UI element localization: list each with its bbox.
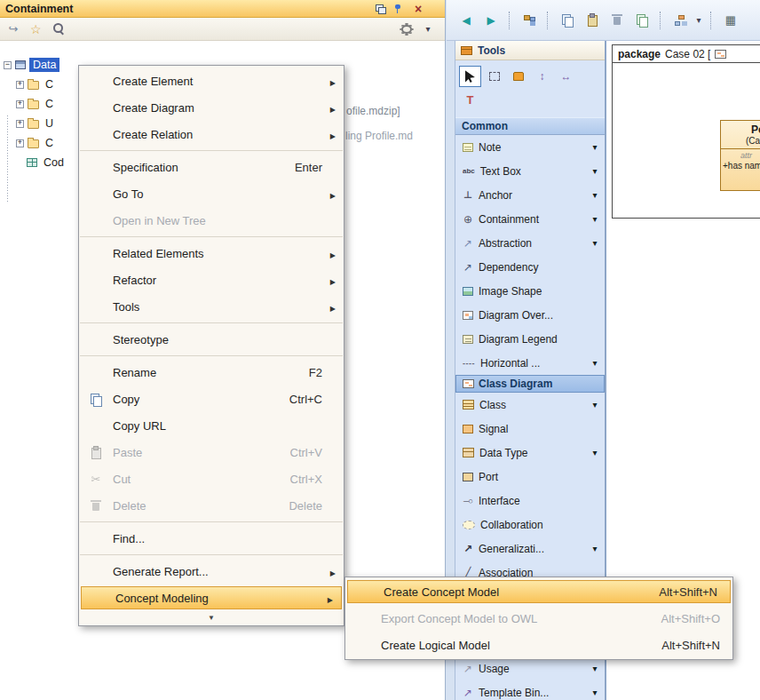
tree-item[interactable]: Cod — [41, 155, 67, 170]
section-header-class-diagram[interactable]: Class Diagram — [455, 375, 605, 393]
align-tool-button[interactable] — [531, 66, 553, 87]
menu-item-create-logical-model[interactable]: Create Logical ModelAlt+Shift+N — [345, 632, 732, 658]
dropdown-arrow-icon[interactable] — [589, 166, 601, 176]
menu-item-refactor[interactable]: Refactor — [79, 266, 344, 293]
toolbox-item-class[interactable]: Class — [455, 393, 605, 417]
menu-item-generate-report[interactable]: Generate Report... — [79, 558, 344, 585]
text-tool-button[interactable] — [459, 89, 481, 110]
dropdown-arrow-icon[interactable] — [589, 688, 601, 697]
dropdown-arrow-icon[interactable] — [589, 358, 601, 368]
clone-button[interactable] — [631, 10, 653, 31]
main-toolbar — [447, 0, 760, 41]
menu-item-open-in-new-tree[interactable]: Open in New Tree — [79, 207, 344, 234]
tools-section-header[interactable]: Tools — [455, 41, 605, 60]
menu-item-specification[interactable]: SpecificationEnter — [79, 154, 344, 180]
section-header-common[interactable]: Common — [455, 117, 605, 135]
menu-item-export-concept-model-to-owl[interactable]: Export Concept Model to OWLAlt+Shift+O — [345, 605, 732, 632]
toolbox-item-template-binding[interactable]: Template Bin... — [455, 680, 605, 700]
toolbox-item-abstraction[interactable]: Abstraction — [455, 231, 605, 255]
grid-button[interactable] — [720, 10, 741, 31]
toolbox-item-generalization[interactable]: Generalizati... — [455, 537, 605, 561]
search-icon[interactable] — [53, 23, 65, 35]
menu-item-create-relation[interactable]: Create Relation — [79, 121, 344, 147]
tree-item[interactable]: C — [43, 136, 56, 150]
distribute-tool-button[interactable] — [555, 66, 577, 87]
toolbox-item-diagram-overview[interactable]: Diagram Over... — [455, 303, 605, 327]
toolbox-item-horizontal-separator[interactable]: Horizontal ... — [455, 351, 605, 375]
dropdown-arrow-icon[interactable] — [589, 142, 601, 152]
delete-icon — [612, 14, 622, 26]
menu-item-related-elements[interactable]: Related Elements — [79, 240, 344, 266]
toolbar-separator — [547, 12, 550, 29]
menu-item-stereotype[interactable]: Stereotype — [79, 326, 344, 353]
box-selection-tool-button[interactable] — [483, 66, 505, 87]
toolbox-item-signal[interactable]: Signal — [455, 417, 605, 441]
sticky-tool-button[interactable] — [507, 66, 529, 87]
toolbox-item-text-box[interactable]: Text Box — [455, 159, 605, 183]
menu-item-copy-url[interactable]: Copy URL — [79, 412, 344, 439]
selection-tool-button[interactable] — [459, 66, 481, 87]
dropdown-arrow-icon[interactable] — [694, 15, 703, 25]
menu-item-create-element[interactable]: Create Element — [79, 68, 344, 94]
tree-item[interactable]: C — [43, 97, 56, 111]
menu-item-rename[interactable]: RenameF2 — [79, 359, 344, 386]
favorites-icon[interactable] — [30, 22, 42, 36]
menu-item-create-diagram[interactable]: Create Diagram — [79, 94, 344, 121]
settings-gear-icon[interactable] — [401, 25, 412, 34]
toolbox-item-usage[interactable]: Usage — [455, 656, 605, 680]
scroll-down-indicator[interactable] — [79, 611, 344, 624]
settings-dropdown-icon[interactable] — [424, 24, 432, 34]
toolbox-item-collaboration[interactable]: Collaboration — [455, 513, 605, 537]
toolbox-item-data-type[interactable]: Data Type — [455, 441, 605, 465]
menu-item-find[interactable]: Find... — [79, 525, 344, 552]
toolbox-item-port[interactable]: Port — [455, 465, 605, 489]
toolbox-item-interface[interactable]: Interface — [455, 489, 605, 513]
expander-icon[interactable] — [16, 100, 24, 108]
expander-icon[interactable] — [16, 120, 24, 128]
copy-button[interactable] — [557, 10, 578, 31]
toolbox-item-diagram-legend[interactable]: Diagram Legend — [455, 327, 605, 351]
expander-icon[interactable] — [16, 81, 24, 89]
toolbox-item-note[interactable]: Note — [455, 135, 605, 159]
containment-tree-button[interactable] — [519, 10, 540, 31]
expander-icon[interactable] — [16, 139, 24, 147]
navigate-icon[interactable] — [8, 22, 19, 36]
folder-icon — [28, 81, 39, 90]
class-shape[interactable]: Pe (Ca attr +has name — [720, 120, 760, 191]
toolbox-item-containment[interactable]: Containment — [455, 207, 605, 231]
delete-button[interactable] — [606, 10, 628, 31]
toolbox-item-image-shape[interactable]: Image Shape — [455, 279, 605, 303]
menu-item-paste[interactable]: PasteCtrl+V — [79, 439, 344, 465]
menu-item-go-to[interactable]: Go To — [79, 180, 344, 207]
dropdown-arrow-icon[interactable] — [589, 664, 601, 673]
close-icon[interactable] — [413, 3, 424, 15]
dropdown-arrow-icon[interactable] — [589, 400, 601, 410]
toolbox-item-anchor[interactable]: Anchor — [455, 183, 605, 207]
forward-button[interactable] — [480, 10, 502, 31]
dropdown-arrow-icon[interactable] — [589, 238, 601, 248]
menu-item-tools[interactable]: Tools — [79, 293, 344, 320]
class-attribute: +has name — [721, 160, 760, 171]
dropdown-arrow-icon[interactable] — [589, 214, 601, 224]
submenu-arrow-icon — [330, 128, 336, 141]
menu-item-delete[interactable]: DeleteDelete — [79, 492, 344, 519]
menu-item-concept-modeling[interactable]: Concept Modeling — [81, 586, 342, 609]
menu-item-cut[interactable]: CutCtrl+X — [79, 465, 344, 492]
tree-item[interactable]: C — [43, 77, 56, 91]
float-window-icon[interactable] — [376, 4, 386, 13]
tree-item[interactable]: U — [43, 116, 56, 131]
toolbox-item-dependency[interactable]: Dependency — [455, 255, 605, 279]
paste-button[interactable] — [582, 10, 603, 31]
dropdown-arrow-icon[interactable] — [589, 448, 601, 457]
back-button[interactable] — [455, 10, 477, 31]
tree-item-data[interactable]: Data — [29, 58, 59, 72]
pin-icon[interactable] — [394, 4, 405, 14]
dropdown-arrow-icon[interactable] — [589, 190, 601, 200]
menu-separator — [80, 355, 343, 356]
diagrams-button[interactable] — [669, 10, 691, 31]
dropdown-arrow-icon[interactable] — [589, 544, 601, 553]
menu-item-create-concept-model[interactable]: Create Concept ModelAlt+Shift+N — [347, 580, 731, 603]
menu-item-copy[interactable]: CopyCtrl+C — [79, 386, 344, 412]
expander-icon[interactable] — [4, 61, 12, 69]
submenu-arrow-icon — [328, 592, 333, 605]
